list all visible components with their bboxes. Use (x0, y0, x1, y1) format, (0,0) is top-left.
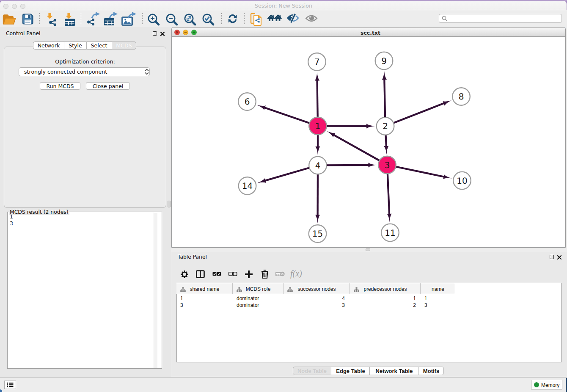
svg-text:4: 4 (315, 160, 321, 171)
svg-text:15: 15 (312, 229, 323, 239)
svg-text:7: 7 (314, 57, 320, 67)
svg-text:8: 8 (459, 91, 464, 102)
svg-text:14: 14 (242, 181, 253, 191)
svg-text:10: 10 (457, 176, 467, 186)
svg-text:3: 3 (385, 160, 390, 170)
svg-text:6: 6 (245, 97, 250, 107)
svg-text:11: 11 (385, 228, 395, 238)
svg-text:2: 2 (383, 121, 388, 131)
svg-text:1: 1 (315, 121, 321, 131)
svg-text:9: 9 (381, 56, 387, 66)
